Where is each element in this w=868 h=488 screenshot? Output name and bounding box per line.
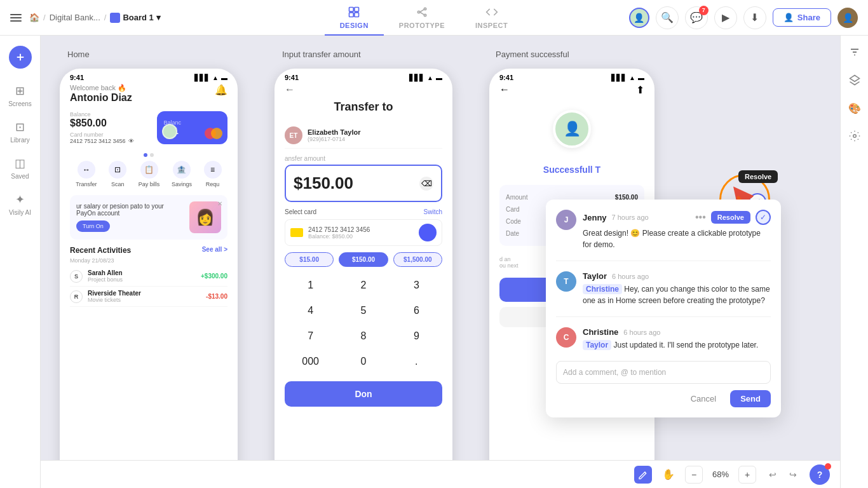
play-button[interactable]: ▶: [714, 6, 737, 29]
numpad-000[interactable]: 000: [285, 349, 336, 374]
numpad-5[interactable]: 5: [337, 299, 389, 323]
numpad-2[interactable]: 2: [337, 273, 389, 297]
recent-title: Recent Activities See all >: [70, 246, 227, 255]
quick-amount-150[interactable]: $150.00: [339, 252, 388, 267]
sidebar-item-screens[interactable]: ⊞ Screens: [4, 79, 37, 112]
see-all-link[interactable]: See all >: [202, 246, 227, 255]
redo-button[interactable]: ↪: [784, 466, 802, 484]
hand-tool-button[interactable]: ✋: [660, 466, 677, 484]
select-card-row: Select card Switch: [285, 208, 442, 215]
action-savings[interactable]: 🏦 Savings: [172, 161, 192, 187]
amount-display: $150.00 ⌫: [285, 165, 442, 202]
numpad-3[interactable]: 3: [391, 273, 442, 297]
numpad-6[interactable]: 6: [391, 299, 442, 323]
action-scan[interactable]: ⊡ Scan: [109, 161, 126, 187]
tab-design[interactable]: DESIGN: [325, 0, 384, 36]
card-selector[interactable]: 2412 7512 3412 3456 Balance: $850.00: [285, 219, 442, 246]
jenny-resolve-button[interactable]: Resolve: [711, 211, 750, 224]
breadcrumb-project[interactable]: Digital Bank...: [50, 13, 100, 22]
wifi-icon: ▲: [212, 74, 219, 81]
taylor-mention-badge: Christine: [583, 284, 622, 294]
activity-sarah: S Sarah Allen Project bonus +$300.00: [70, 266, 227, 287]
jenny-header: Jenny 7 hours ago ••• Resolve ✓: [583, 210, 771, 225]
payment-back-icon[interactable]: ←: [499, 84, 510, 96]
zoom-out-button[interactable]: −: [685, 466, 703, 484]
transfer-back-button[interactable]: ←: [285, 84, 442, 95]
fill-tool-button[interactable]: [634, 466, 652, 484]
undo-button[interactable]: ↩: [764, 466, 782, 484]
christine-avatar: C: [556, 327, 576, 348]
sidebar-item-saved[interactable]: ◫ Saved: [4, 151, 37, 185]
add-screen-button[interactable]: [9, 46, 32, 69]
toolbar-right: 👤 🔍 💬 7 ▶ ⬇ 👤 Share 👤: [619, 6, 868, 29]
numpad-0[interactable]: 0: [337, 349, 389, 374]
numpad-9[interactable]: 9: [391, 324, 442, 348]
contact-details: Elizabeth Taylor (929)617-0714: [308, 128, 361, 142]
comment-placeholder: Add a comment, @ to mention: [563, 368, 666, 377]
comment-divider2: [556, 316, 771, 317]
sarah-sub: Project bonus: [88, 276, 196, 283]
quick-amount-1500[interactable]: $1,500.00: [393, 252, 442, 267]
resolve-label: Resolve: [745, 173, 771, 180]
share-button[interactable]: 👤 Share: [773, 8, 831, 27]
action-paybills[interactable]: 📋 Pay bills: [139, 161, 160, 187]
action-more[interactable]: ≡ Requ: [204, 161, 222, 187]
settings-icon[interactable]: [846, 127, 864, 145]
help-notification-dot: [825, 463, 831, 470]
jenny-text: Great design! 😊 Please create a clickabl…: [583, 227, 771, 250]
layers-icon[interactable]: [846, 71, 864, 89]
jenny-more-icon[interactable]: •••: [695, 212, 706, 223]
sidebar-item-visily-ai[interactable]: ✦ Visily AI: [4, 187, 37, 221]
comment-input-area[interactable]: Add a comment, @ to mention: [556, 361, 771, 384]
jenny-check-icon: ✓: [756, 210, 771, 225]
christine-header: Christine 6 hours ago: [583, 327, 771, 337]
payment-share-icon[interactable]: ⬆: [636, 84, 644, 96]
chevron-down-icon[interactable]: ▾: [156, 13, 161, 22]
menu-icon[interactable]: [8, 11, 24, 24]
amount-value: $150.00: [294, 173, 353, 193]
promo-button[interactable]: Turn On: [76, 220, 110, 232]
delete-button[interactable]: ⌫: [419, 177, 433, 191]
palette-icon[interactable]: 🎨: [846, 99, 864, 117]
tab-inspect[interactable]: INSPECT: [460, 0, 523, 36]
christine-mention-badge: Taylor: [583, 340, 611, 350]
download-button[interactable]: ⬇: [743, 6, 766, 29]
filter-icon[interactable]: [846, 43, 864, 61]
numpad-8[interactable]: 8: [337, 324, 389, 348]
home-screen-content: Welcome back 🔥 Antonio Diaz 🔔 Balance $8…: [60, 84, 238, 307]
promo-text-area: ur salary or pesion pato to your PayOn a…: [76, 203, 184, 232]
breadcrumb-board[interactable]: Board 1 ▾: [110, 13, 160, 23]
numpad-dot[interactable]: .: [391, 349, 442, 374]
toolbar: 🏠 / Digital Bank... / Board 1 ▾ DESIGN: [0, 0, 868, 36]
bell-icon[interactable]: 🔔: [215, 84, 227, 96]
numpad-1[interactable]: 1: [285, 273, 336, 297]
current-user-avatar[interactable]: 👤: [837, 8, 858, 28]
more-icon: ≡: [204, 161, 222, 179]
switch-link[interactable]: Switch: [424, 208, 442, 215]
tab-prototype[interactable]: PROTOTYPE: [384, 0, 460, 36]
search-button[interactable]: 🔍: [656, 6, 679, 29]
comments-button[interactable]: 💬 7: [685, 6, 708, 29]
comment-actions: Cancel Send: [556, 390, 771, 407]
zoom-in-button[interactable]: +: [738, 466, 756, 484]
card-avatar: [162, 124, 177, 139]
home-icon[interactable]: 🏠: [29, 13, 39, 22]
cancel-button[interactable]: Cancel: [683, 390, 724, 407]
done-button[interactable]: Don: [285, 381, 442, 407]
numpad-7[interactable]: 7: [285, 324, 336, 348]
bottom-bar: ✋ − 68% + ↩ ↪ ?: [41, 460, 840, 488]
riverside-info: Riverside Theater Movie tickets: [88, 290, 201, 303]
help-button[interactable]: ?: [810, 464, 830, 485]
quick-amount-15[interactable]: $15.00: [285, 252, 334, 267]
home-status-bar: 9:41 ▋▋▋ ▲ ▬: [60, 69, 238, 84]
comments-badge: 7: [699, 6, 709, 15]
sidebar-item-library[interactable]: ⊡ Library: [4, 115, 37, 149]
user-avatar[interactable]: 👤: [629, 8, 649, 28]
numpad-4[interactable]: 4: [285, 299, 336, 323]
tab-inspect-label: INSPECT: [475, 22, 508, 29]
screens-icon: ⊞: [15, 84, 25, 98]
action-transfer[interactable]: ↔ Transfer: [76, 161, 97, 187]
taylor-author: Taylor: [583, 271, 607, 281]
send-button[interactable]: Send: [730, 390, 771, 407]
close-promo-icon[interactable]: ✕: [217, 200, 222, 207]
